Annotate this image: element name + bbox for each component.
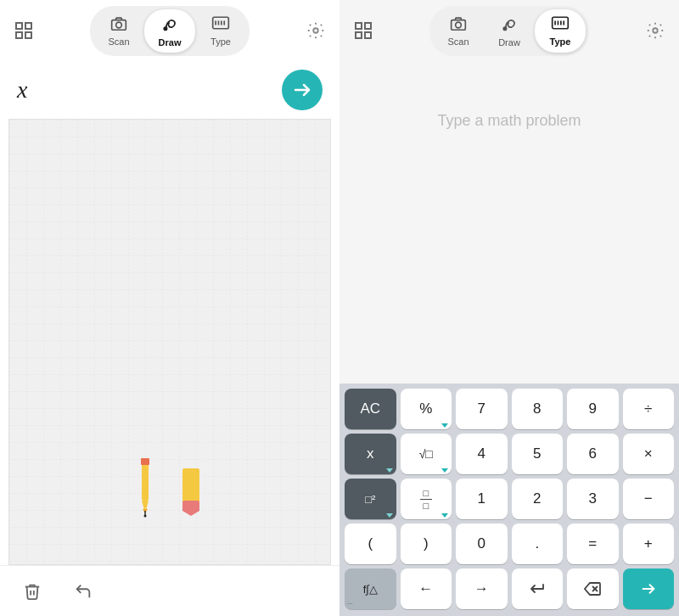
eraser-tool xyxy=(179,467,203,518)
key-x-var[interactable]: x xyxy=(345,434,396,474)
svg-rect-20 xyxy=(182,468,199,504)
type-placeholder-text: Type a math problem xyxy=(437,112,581,130)
undo-button[interactable] xyxy=(68,576,98,607)
left-grid-icon[interactable] xyxy=(10,17,37,44)
svg-point-6 xyxy=(164,27,166,30)
right-type-label: Type xyxy=(550,36,571,47)
key-x-arrow xyxy=(386,468,393,473)
key-3[interactable]: 3 xyxy=(567,479,619,519)
key-sqrt-arrow xyxy=(441,468,448,473)
key-2[interactable]: 2 xyxy=(512,479,564,519)
svg-point-5 xyxy=(116,22,122,28)
key-6[interactable]: 6 xyxy=(567,434,619,474)
key-subtract[interactable]: − xyxy=(623,479,675,519)
key-fraction[interactable]: □ □ xyxy=(401,479,452,519)
submit-arrow-icon xyxy=(292,80,312,100)
key-functions[interactable]: f∫△ ··· xyxy=(345,568,396,609)
key-percent-arrow xyxy=(441,423,448,428)
left-scan-btn[interactable]: Scan xyxy=(93,9,144,53)
right-type-icon xyxy=(551,15,570,35)
right-settings-icon[interactable] xyxy=(642,17,669,44)
svg-point-19 xyxy=(144,515,147,518)
left-type-label: Type xyxy=(210,36,231,47)
right-grid-icon[interactable] xyxy=(350,17,377,44)
key-5[interactable]: 5 xyxy=(512,434,564,474)
key-0[interactable]: 0 xyxy=(456,524,508,564)
key-8[interactable]: 8 xyxy=(512,389,564,429)
right-draw-btn[interactable]: Draw xyxy=(484,9,535,53)
pencil-tool xyxy=(137,458,154,518)
svg-rect-1 xyxy=(25,23,31,29)
svg-rect-24 xyxy=(365,23,371,29)
right-panel: Scan Draw xyxy=(340,0,679,616)
key-equals[interactable]: = xyxy=(567,524,619,564)
right-type-btn[interactable]: Type xyxy=(535,9,586,53)
keyboard-row-5: f∫△ ··· ← → xyxy=(345,568,674,609)
left-type-icon xyxy=(211,15,230,35)
bottom-toolbar xyxy=(0,565,340,616)
left-settings-icon[interactable] xyxy=(302,17,329,44)
keyboard-row-3: □² □ □ 1 2 3 − xyxy=(345,479,674,519)
right-scan-icon xyxy=(450,15,467,35)
keyboard-row-4: ( ) 0 . = + xyxy=(345,524,674,564)
right-scan-btn[interactable]: Scan xyxy=(433,9,484,53)
key-fraction-arrow xyxy=(441,513,448,518)
key-9[interactable]: 9 xyxy=(567,389,619,429)
left-type-btn[interactable]: Type xyxy=(195,9,246,53)
math-keyboard: AC % 7 8 9 ÷ x √□ 4 5 6 × xyxy=(340,384,679,616)
key-rparen[interactable]: ) xyxy=(401,524,452,564)
svg-rect-25 xyxy=(356,32,362,38)
key-enter[interactable] xyxy=(512,568,564,609)
expression-area: x xyxy=(0,61,340,119)
key-multiply[interactable]: × xyxy=(623,434,675,474)
svg-point-28 xyxy=(456,22,462,28)
right-scan-label: Scan xyxy=(447,36,469,47)
left-draw-label: Draw xyxy=(159,37,182,48)
key-1[interactable]: 1 xyxy=(456,479,508,519)
right-top-bar: Scan Draw xyxy=(340,0,679,61)
key-submit[interactable] xyxy=(623,568,675,609)
key-square-arrow xyxy=(386,513,393,518)
svg-point-12 xyxy=(313,28,318,33)
svg-rect-2 xyxy=(16,32,22,38)
left-draw-icon xyxy=(160,14,179,36)
left-panel: Scan Draw xyxy=(0,0,340,616)
key-add[interactable]: + xyxy=(623,524,675,564)
key-right-arrow[interactable]: → xyxy=(456,568,508,609)
key-4[interactable]: 4 xyxy=(456,434,508,474)
key-lparen[interactable]: ( xyxy=(345,524,396,564)
svg-rect-14 xyxy=(142,460,149,501)
left-draw-btn[interactable]: Draw xyxy=(144,9,195,53)
svg-rect-0 xyxy=(16,23,22,29)
trash-button[interactable] xyxy=(17,576,48,607)
svg-rect-26 xyxy=(365,32,371,38)
left-top-bar: Scan Draw xyxy=(0,0,340,61)
key-backspace[interactable] xyxy=(567,568,619,609)
svg-marker-22 xyxy=(182,504,199,516)
key-divide[interactable]: ÷ xyxy=(623,389,675,429)
math-expression: x xyxy=(17,76,27,104)
left-mode-switcher: Scan Draw xyxy=(90,6,250,56)
key-decimal[interactable]: . xyxy=(512,524,564,564)
svg-rect-17 xyxy=(141,458,149,465)
svg-rect-23 xyxy=(356,23,362,29)
left-scan-icon xyxy=(110,15,127,35)
left-submit-button[interactable] xyxy=(282,70,323,110)
key-sqrt[interactable]: √□ xyxy=(401,434,452,474)
right-mode-switcher: Scan Draw xyxy=(429,6,589,56)
svg-point-35 xyxy=(653,28,658,33)
key-left-arrow[interactable]: ← xyxy=(401,568,452,609)
left-scan-label: Scan xyxy=(108,36,129,47)
key-7[interactable]: 7 xyxy=(456,389,508,429)
svg-point-29 xyxy=(503,27,506,30)
type-placeholder-area[interactable]: Type a math problem xyxy=(340,61,679,384)
right-draw-label: Draw xyxy=(498,37,520,48)
keyboard-row-1: AC % 7 8 9 ÷ xyxy=(345,389,674,429)
key-percent[interactable]: % xyxy=(401,389,452,429)
key-ac[interactable]: AC xyxy=(345,389,396,429)
svg-rect-3 xyxy=(25,32,31,38)
keyboard-row-2: x √□ 4 5 6 × xyxy=(345,434,674,474)
right-draw-icon xyxy=(500,14,519,36)
key-square[interactable]: □² xyxy=(345,479,396,519)
drawing-canvas[interactable] xyxy=(8,119,331,565)
